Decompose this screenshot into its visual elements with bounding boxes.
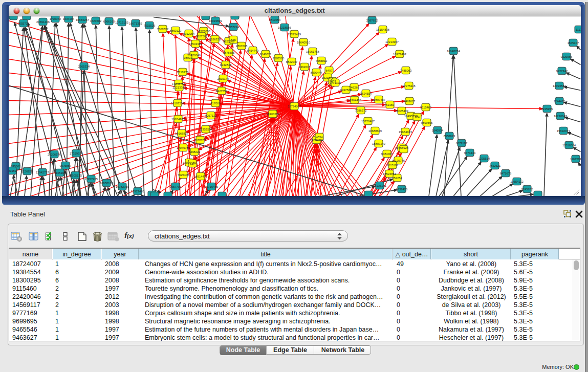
svg-text:9245652: 9245652 <box>521 187 533 190</box>
svg-text:2905334: 2905334 <box>78 64 90 68</box>
svg-text:20364436: 20364436 <box>348 98 361 101</box>
svg-text:252254: 252254 <box>392 176 402 179</box>
svg-text:6879197: 6879197 <box>456 141 468 144</box>
svg-text:10719155: 10719155 <box>115 20 128 24</box>
svg-text:3624554: 3624554 <box>360 92 372 95</box>
svg-text:12213967: 12213967 <box>385 40 399 43</box>
svg-text:13226058: 13226058 <box>197 29 210 32</box>
svg-text:1640934: 1640934 <box>432 128 444 132</box>
svg-text:15716485: 15716485 <box>205 185 218 188</box>
svg-text:7357224: 7357224 <box>228 25 239 28</box>
svg-text:16210643: 16210643 <box>554 114 567 117</box>
svg-text:18724007: 18724007 <box>288 104 301 107</box>
svg-text:10688609: 10688609 <box>368 129 382 132</box>
svg-text:8186328: 8186328 <box>209 37 221 40</box>
svg-text:8813054: 8813054 <box>269 18 281 21</box>
svg-text:10807487: 10807487 <box>372 98 385 101</box>
svg-text:2087652: 2087652 <box>366 18 378 21</box>
svg-text:15692971: 15692971 <box>557 129 570 132</box>
svg-text:16033809: 16033809 <box>209 19 222 22</box>
svg-text:157: 157 <box>190 162 195 165</box>
svg-text:19166827: 19166827 <box>175 132 188 135</box>
svg-text:16961758: 16961758 <box>306 50 319 53</box>
svg-text:19654925: 19654925 <box>171 117 185 120</box>
svg-text:9227342: 9227342 <box>556 69 568 72</box>
svg-text:9827503: 9827503 <box>196 34 208 37</box>
svg-text:12923465: 12923465 <box>131 189 144 192</box>
svg-text:8990444: 8990444 <box>311 71 322 74</box>
svg-text:2867608: 2867608 <box>236 44 248 47</box>
svg-text:1156829: 1156829 <box>21 169 33 172</box>
svg-text:8958923: 8958923 <box>444 134 455 137</box>
svg-text:1362615: 1362615 <box>299 65 311 68</box>
svg-text:9474444: 9474444 <box>464 151 476 154</box>
svg-text:1167533: 1167533 <box>570 157 581 160</box>
svg-text:9899695: 9899695 <box>421 121 433 124</box>
svg-text:1588520: 1588520 <box>273 56 285 59</box>
svg-text:62160: 62160 <box>386 103 394 106</box>
svg-text:16648784: 16648784 <box>447 49 461 52</box>
svg-text:18640910: 18640910 <box>297 40 310 43</box>
svg-text:3875685: 3875685 <box>223 51 235 54</box>
svg-text:8860123: 8860123 <box>170 29 182 32</box>
svg-text:8912954: 8912954 <box>183 32 195 35</box>
svg-text:39159: 39159 <box>9 169 16 172</box>
svg-text:19218586: 19218586 <box>278 26 291 29</box>
svg-text:8678352: 8678352 <box>194 138 206 141</box>
svg-text:7386372: 7386372 <box>355 108 367 112</box>
svg-text:2718176: 2718176 <box>177 70 189 73</box>
svg-text:10654112: 10654112 <box>510 180 523 183</box>
svg-text:10958107: 10958107 <box>100 181 113 184</box>
svg-text:6497568: 6497568 <box>340 88 352 91</box>
svg-text:2055721: 2055721 <box>18 21 30 25</box>
svg-text:9115460: 9115460 <box>420 105 431 108</box>
svg-text:10120746: 10120746 <box>391 159 405 162</box>
svg-text:904: 904 <box>415 115 420 118</box>
svg-text:17359924: 17359924 <box>70 151 83 155</box>
svg-text:17046756: 17046756 <box>172 82 185 85</box>
svg-text:8471676: 8471676 <box>500 171 512 174</box>
svg-text:1117: 1117 <box>576 28 581 31</box>
svg-text:546: 546 <box>231 38 236 41</box>
svg-text:19756928: 19756928 <box>395 146 408 149</box>
svg-text:7955812: 7955812 <box>316 59 328 62</box>
svg-text:9242848: 9242848 <box>220 63 232 66</box>
svg-text:9146821: 9146821 <box>260 52 272 55</box>
svg-text:7485063: 7485063 <box>400 69 412 72</box>
svg-text:19654923: 19654923 <box>399 130 412 133</box>
svg-text:1235514: 1235514 <box>478 157 490 160</box>
svg-text:8215955: 8215955 <box>541 107 553 110</box>
svg-text:9084067: 9084067 <box>381 152 393 155</box>
svg-text:1145194: 1145194 <box>54 171 66 174</box>
svg-text:16107554: 16107554 <box>171 101 185 104</box>
svg-text:11353594: 11353594 <box>199 127 212 130</box>
svg-text:17046756: 17046756 <box>177 146 190 149</box>
svg-text:10973493: 10973493 <box>393 52 406 55</box>
svg-text:16782759: 16782759 <box>116 185 129 188</box>
svg-text:7663822: 7663822 <box>157 27 169 30</box>
svg-text:20691406: 20691406 <box>36 20 50 23</box>
svg-text:6497: 6497 <box>326 69 333 72</box>
svg-text:9657791: 9657791 <box>170 185 182 188</box>
svg-text:8267110: 8267110 <box>205 114 216 117</box>
svg-text:1575107: 1575107 <box>568 41 579 44</box>
svg-text:8822037: 8822037 <box>286 60 298 63</box>
svg-text:16671355: 16671355 <box>129 21 142 25</box>
svg-text:16543382: 16543382 <box>189 42 202 45</box>
svg-text:10653267: 10653267 <box>76 18 89 21</box>
svg-text:1621072: 1621072 <box>322 76 334 79</box>
svg-text:7832621: 7832621 <box>489 164 501 167</box>
svg-text:13325419: 13325419 <box>288 32 301 35</box>
svg-text:1637194: 1637194 <box>63 17 75 20</box>
svg-text:9975887: 9975887 <box>60 164 72 167</box>
svg-text:17375115: 17375115 <box>402 84 415 87</box>
svg-text:18807249: 18807249 <box>372 142 385 145</box>
svg-text:98901: 98901 <box>184 56 192 59</box>
svg-text:5498222: 5498222 <box>189 150 201 153</box>
svg-text:1244415: 1244415 <box>554 99 565 102</box>
svg-text:6966160: 6966160 <box>103 19 115 23</box>
svg-text:16154838: 16154838 <box>376 28 389 31</box>
svg-text:417006: 417006 <box>210 101 220 104</box>
svg-text:20206576: 20206576 <box>48 152 61 156</box>
svg-text:10025433: 10025433 <box>395 109 408 112</box>
